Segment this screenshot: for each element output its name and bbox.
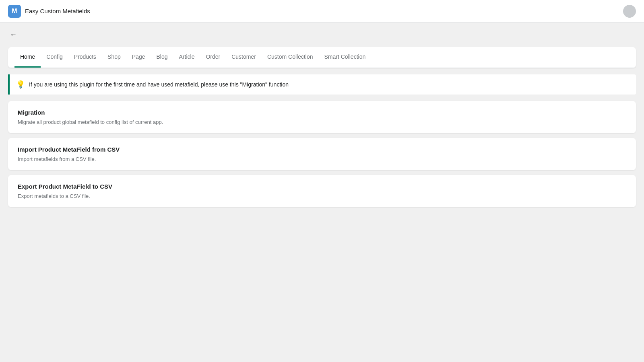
export-desc: Export metafields to a CSV file. xyxy=(18,193,626,199)
migration-title: Migration xyxy=(18,109,626,116)
back-area: ← xyxy=(0,23,644,41)
info-banner: 💡 If you are using this plugin for the f… xyxy=(8,74,636,95)
tab-shop[interactable]: Shop xyxy=(102,47,126,68)
migration-card: Migration Migrate all product global met… xyxy=(8,101,636,133)
import-desc: Import metafields from a CSV file. xyxy=(18,156,626,162)
tab-config[interactable]: Config xyxy=(41,47,68,68)
tab-smart-collection[interactable]: Smart Collection xyxy=(319,47,372,68)
back-button[interactable]: ← xyxy=(8,29,19,41)
import-card: Import Product MetaField from CSV Import… xyxy=(8,138,636,170)
tab-custom-collection[interactable]: Custom Collection xyxy=(262,47,319,68)
app-title: Easy Custom Metafields xyxy=(25,8,90,14)
app-logo-icon: M xyxy=(8,5,21,18)
tab-order[interactable]: Order xyxy=(200,47,226,68)
topbar-right xyxy=(623,5,636,18)
tab-customer[interactable]: Customer xyxy=(226,47,262,68)
bulb-icon: 💡 xyxy=(16,80,25,89)
topbar: M Easy Custom Metafields xyxy=(0,0,644,23)
migration-desc: Migrate all product global metafield to … xyxy=(18,119,626,125)
tab-article[interactable]: Article xyxy=(173,47,200,68)
info-banner-text: If you are using this plugin for the fir… xyxy=(29,81,289,88)
export-title: Export Product MetaField to CSV xyxy=(18,183,626,190)
tab-products[interactable]: Products xyxy=(68,47,102,68)
main-content: Home Config Products Shop Page Blog Arti… xyxy=(0,47,644,228)
tabs-card: Home Config Products Shop Page Blog Arti… xyxy=(8,47,636,68)
avatar xyxy=(623,5,636,18)
tabs-nav: Home Config Products Shop Page Blog Arti… xyxy=(8,47,636,68)
tab-blog[interactable]: Blog xyxy=(151,47,173,68)
export-card: Export Product MetaField to CSV Export m… xyxy=(8,175,636,207)
app-logo: M Easy Custom Metafields xyxy=(8,5,90,18)
tab-home[interactable]: Home xyxy=(14,47,41,68)
tab-page[interactable]: Page xyxy=(126,47,151,68)
import-title: Import Product MetaField from CSV xyxy=(18,146,626,153)
